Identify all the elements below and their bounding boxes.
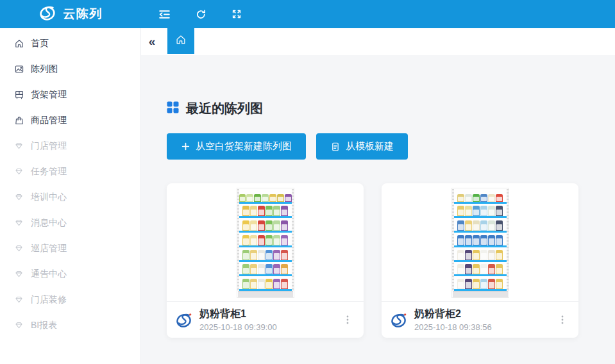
product-can: [281, 279, 288, 289]
product-can: [262, 194, 269, 202]
shelf-base: [238, 291, 293, 297]
product-can: [281, 206, 288, 216]
shelf-rows: [454, 189, 507, 291]
tab-home[interactable]: [167, 28, 194, 54]
shelf-row: [454, 233, 507, 247]
product-can: [285, 194, 292, 202]
sidebar-item-task[interactable]: 任务管理: [0, 159, 140, 185]
product-can: [488, 279, 495, 289]
recent-planogram-cards: 奶粉背柜12025-10-18 09:39:00奶粉背柜22025-10-18 …: [167, 183, 615, 338]
collapse-menu-icon[interactable]: [158, 8, 171, 21]
sidebar-item-home[interactable]: 首页: [0, 31, 140, 56]
header-toolbar: [141, 8, 242, 21]
product-can: [250, 206, 257, 216]
sidebar-item-label: 商品管理: [31, 115, 67, 126]
home-icon: [14, 38, 24, 49]
more-vertical-icon[interactable]: [555, 312, 570, 327]
picture-icon: [14, 64, 24, 74]
product-can: [258, 279, 265, 289]
product-can: [496, 194, 503, 202]
app-logo: 云陈列: [0, 3, 141, 25]
product-can: [269, 194, 276, 202]
shelf-row: [239, 233, 292, 247]
planogram-card-meta: 奶粉背柜12025-10-18 09:39:00: [199, 308, 277, 332]
planogram-card-timestamp: 2025-10-18 09:39:00: [199, 322, 277, 332]
sidebar-item-label: 门店管理: [31, 140, 67, 152]
product-can: [265, 235, 273, 245]
sidebar-item-bi-report[interactable]: BI报表: [0, 313, 140, 338]
product-can: [265, 250, 273, 260]
product-can: [473, 264, 480, 274]
product-can: [480, 250, 487, 260]
product-can: [496, 264, 503, 274]
planogram-card-title: 奶粉背柜2: [414, 308, 492, 320]
sidebar-item-decoration[interactable]: 门店装修: [0, 287, 140, 313]
product-can: [457, 279, 464, 289]
sidebar-item-product[interactable]: 商品管理: [0, 108, 140, 133]
fullscreen-icon[interactable]: [231, 8, 242, 20]
new-planogram-from-blank-button[interactable]: 从空白货架新建陈列图: [167, 133, 306, 160]
sidebar-item-patrol[interactable]: 巡店管理: [0, 236, 140, 261]
product-can: [465, 279, 472, 289]
sidebar-item-planogram[interactable]: 陈列图: [0, 56, 140, 82]
shelf-row: [239, 262, 292, 277]
sidebar-item-label: 消息中心: [31, 217, 67, 229]
button-label: 从空白货架新建陈列图: [196, 140, 292, 153]
product-can: [258, 250, 265, 260]
product-can: [281, 250, 288, 260]
product-can: [273, 279, 280, 289]
product-can: [242, 206, 249, 216]
shelf-row: [454, 189, 507, 204]
new-from-template-button[interactable]: 从模板新建: [316, 133, 408, 160]
product-can: [465, 194, 472, 202]
tabs-collapse-button[interactable]: «: [141, 35, 163, 49]
product-can: [250, 279, 257, 289]
product-can: [457, 194, 464, 202]
product-can: [496, 220, 503, 231]
product-can: [281, 264, 288, 274]
product-can: [457, 220, 464, 231]
sidebar-item-message[interactable]: 消息中心: [0, 210, 140, 236]
planogram-card-image[interactable]: [167, 183, 364, 301]
product-can: [258, 220, 265, 231]
planogram-card-meta: 奶粉背柜22025-10-18 09:38:56: [414, 308, 492, 332]
shelf-icon: [14, 90, 24, 100]
section-title: 最近的陈列图: [186, 100, 263, 117]
sidebar-item-notice[interactable]: 通告中心: [0, 261, 140, 287]
product-can: [250, 264, 257, 274]
planogram-card-footer: 奶粉背柜12025-10-18 09:39:00: [167, 301, 364, 338]
product-can: [258, 264, 265, 274]
product-can: [246, 194, 253, 202]
gem-icon: [14, 320, 24, 331]
product-can: [488, 264, 495, 274]
product-can: [239, 194, 246, 202]
gem-icon: [14, 269, 24, 279]
product-can: [281, 220, 288, 231]
refresh-icon[interactable]: [195, 8, 207, 21]
app-logo-icon: [38, 3, 58, 25]
button-label: 从模板新建: [346, 140, 394, 153]
gem-icon: [14, 167, 24, 177]
shelf-row: [454, 247, 507, 262]
shelf-rows: [239, 189, 292, 291]
planogram-card-image[interactable]: [382, 183, 578, 301]
shelf-row: [454, 204, 507, 219]
sidebar-item-label: 货架管理: [31, 89, 67, 101]
app-logo-icon: [175, 311, 194, 329]
bag-icon: [14, 115, 24, 126]
sidebar-item-shelf[interactable]: 货架管理: [0, 82, 140, 108]
product-can: [480, 279, 487, 289]
sidebar-item-store[interactable]: 门店管理: [0, 133, 140, 159]
shelf-row: [239, 247, 292, 262]
product-can: [457, 250, 464, 260]
product-can: [488, 206, 495, 216]
shelf-base: [453, 291, 508, 297]
shelf-row: [454, 218, 507, 233]
shelf-rail: [507, 189, 509, 291]
product-can: [273, 235, 280, 245]
sidebar-item-label: 通告中心: [31, 269, 67, 280]
action-buttons: 从空白货架新建陈列图 从模板新建: [167, 133, 615, 160]
more-vertical-icon[interactable]: [340, 312, 355, 327]
product-can: [496, 279, 503, 289]
sidebar-item-training[interactable]: 培训中心: [0, 185, 140, 210]
